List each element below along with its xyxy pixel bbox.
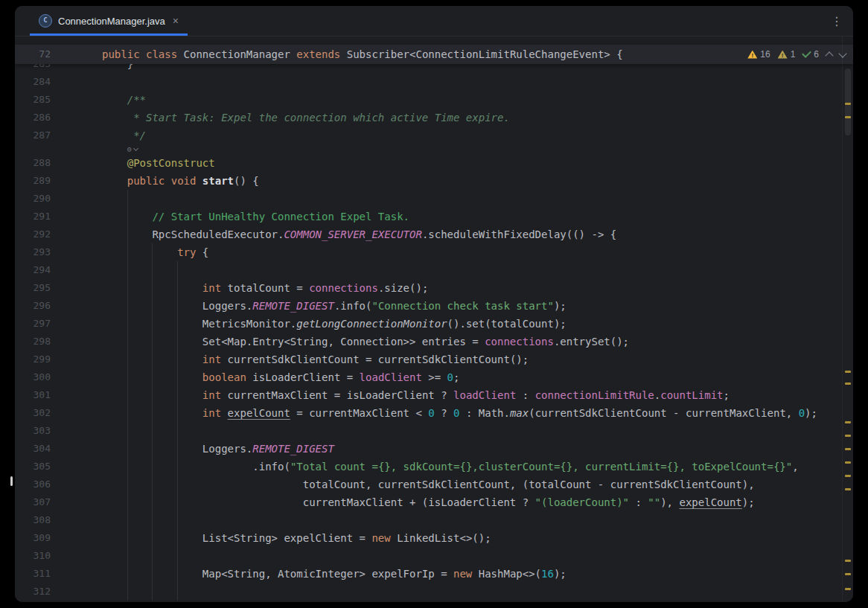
code-line[interactable]: 305 .info("Total count ={}, sdkCount={},… bbox=[15, 458, 843, 476]
editor[interactable]: 283 }284285 /**286 * Start Task: Expel t… bbox=[15, 36, 853, 602]
line-number[interactable]: 285 bbox=[15, 91, 51, 109]
line-number[interactable]: 311 bbox=[15, 565, 51, 583]
line-number[interactable]: 295 bbox=[15, 279, 51, 297]
line-number[interactable]: 306 bbox=[15, 476, 51, 493]
code-line[interactable]: 291 // Start UnHealthy Connection Expel … bbox=[15, 208, 843, 225]
code-line[interactable]: 292 RpcScheduledExecutor.COMMON_SERVER_E… bbox=[15, 225, 843, 243]
warnings-badge[interactable]: ! 16 bbox=[747, 49, 770, 60]
stripe-warning-mark[interactable] bbox=[845, 475, 851, 477]
code-line[interactable]: 307 currentMaxClient + (isLoaderClient ?… bbox=[15, 493, 843, 511]
code-line[interactable]: 298 Set<Map.Entry<String, Connection>> e… bbox=[15, 333, 843, 351]
code-line[interactable]: 290 bbox=[15, 190, 843, 208]
line-number[interactable]: 287 bbox=[15, 127, 51, 144]
close-icon[interactable]: × bbox=[173, 16, 179, 26]
line-number[interactable]: 296 bbox=[15, 297, 51, 315]
weak-warnings-count: 1 bbox=[791, 49, 796, 60]
stripe-warning-mark[interactable] bbox=[845, 421, 851, 423]
line-number[interactable]: 290 bbox=[15, 190, 51, 208]
line-number[interactable]: 294 bbox=[15, 261, 51, 279]
line-number[interactable]: 292 bbox=[15, 225, 51, 243]
passed-badge[interactable]: 6 bbox=[802, 49, 819, 60]
code-line[interactable]: 293 try { bbox=[15, 243, 843, 261]
line-number[interactable]: 284 bbox=[15, 73, 51, 91]
line-number[interactable]: 307 bbox=[15, 493, 51, 511]
line-number[interactable]: 297 bbox=[15, 315, 51, 333]
code-line[interactable]: 312 bbox=[15, 583, 843, 601]
line-number[interactable]: 293 bbox=[15, 243, 51, 261]
stripe-warning-mark[interactable] bbox=[845, 116, 851, 118]
stripe-warning-mark[interactable] bbox=[845, 461, 851, 464]
stripe-warning-mark[interactable] bbox=[845, 435, 851, 437]
code-line[interactable]: 310 bbox=[15, 547, 843, 565]
stripe-warning-mark[interactable] bbox=[845, 573, 851, 575]
line-number[interactable]: 309 bbox=[15, 529, 51, 547]
code-token: expelCount bbox=[228, 407, 290, 419]
code-token: * Start Task: Expel the connection which… bbox=[102, 112, 510, 124]
code-line[interactable]: 304 Loggers.REMOTE_DIGEST bbox=[15, 440, 843, 458]
code-line[interactable]: 295 int totalCount = connections.size(); bbox=[15, 279, 843, 297]
code-token: isLoaderClient = bbox=[246, 371, 360, 383]
line-number[interactable]: 312 bbox=[15, 583, 51, 601]
line-number[interactable]: 286 bbox=[15, 109, 51, 127]
stripe-warning-mark[interactable] bbox=[845, 560, 851, 562]
code-text: /** bbox=[51, 91, 146, 109]
stripe-warning-mark[interactable] bbox=[845, 488, 851, 490]
line-number[interactable]: 298 bbox=[15, 333, 51, 351]
code-line[interactable]: 286 * Start Task: Expel the connection w… bbox=[15, 109, 843, 127]
code-line[interactable]: 297 MetricsMonitor.getLongConnectionMoni… bbox=[15, 315, 843, 333]
tab-connectionmanager-java[interactable]: C ConnectionManager.java × bbox=[30, 6, 188, 36]
code-token: public class bbox=[102, 48, 184, 60]
code-token: loadClient bbox=[453, 389, 516, 401]
code-line[interactable]: 303 bbox=[15, 422, 843, 440]
code-line[interactable]: 311 Map<String, AtomicInteger> expelForI… bbox=[15, 565, 843, 583]
line-number[interactable]: 304 bbox=[15, 440, 51, 458]
stripe-warning-mark[interactable] bbox=[845, 588, 851, 590]
line-number[interactable]: 308 bbox=[15, 511, 51, 529]
stripe-warning-mark[interactable] bbox=[845, 448, 851, 450]
inlay-hint-row[interactable]: ⚙ bbox=[15, 144, 843, 154]
sticky-header-line[interactable]: 72 public class ConnectionManager extend… bbox=[15, 45, 853, 64]
scrollbar-error-stripe[interactable] bbox=[842, 36, 853, 602]
code-line[interactable]: 306 totalCount, currentSdkClientCount, (… bbox=[15, 476, 843, 493]
line-number[interactable]: 288 bbox=[15, 154, 51, 172]
code-line[interactable]: 284 bbox=[15, 73, 843, 91]
weak-warnings-badge[interactable]: ! 1 bbox=[778, 49, 796, 60]
stripe-warning-mark[interactable] bbox=[845, 383, 851, 385]
code-line[interactable]: 309 List<String> expelClient = new Linke… bbox=[15, 529, 843, 547]
code-line[interactable]: 300 boolean isLoaderClient = loadClient … bbox=[15, 368, 843, 386]
code-token: ); bbox=[554, 300, 567, 312]
code-line[interactable]: 285 /** bbox=[15, 91, 843, 109]
code-token: HashMap<>( bbox=[472, 568, 541, 580]
code-line[interactable]: 289 public void start() { bbox=[15, 172, 843, 190]
code-token: ().set(totalCount); bbox=[447, 318, 567, 330]
code-line[interactable]: 296 Loggers.REMOTE_DIGEST.info("Connecti… bbox=[15, 297, 843, 315]
code-line[interactable]: 301 int currentMaxClient = isLoaderClien… bbox=[15, 386, 843, 404]
code-line[interactable]: 294 bbox=[15, 261, 843, 279]
line-number[interactable]: 310 bbox=[15, 547, 51, 565]
scrollbar-thumb[interactable] bbox=[845, 68, 851, 135]
code-text: currentMaxClient + (isLoaderClient ? "(l… bbox=[51, 493, 755, 511]
code-line[interactable]: 302 int expelCount = currentMaxClient < … bbox=[15, 404, 843, 422]
code-line[interactable]: 288 @PostConstruct bbox=[15, 154, 843, 172]
line-number[interactable]: 300 bbox=[15, 368, 51, 386]
code-text bbox=[51, 261, 102, 279]
code-text: int currentMaxClient = isLoaderClient ? … bbox=[51, 386, 730, 404]
code-lines[interactable]: 283 }284285 /**286 * Start Task: Expel t… bbox=[15, 55, 843, 601]
line-number[interactable]: 305 bbox=[15, 458, 51, 476]
line-number[interactable]: 303 bbox=[15, 422, 51, 440]
code-line[interactable]: 308 bbox=[15, 511, 843, 529]
code-token: int bbox=[102, 282, 221, 294]
line-number[interactable]: 289 bbox=[15, 172, 51, 190]
line-number[interactable]: 302 bbox=[15, 404, 51, 422]
stripe-warning-mark[interactable] bbox=[845, 371, 851, 373]
inspections-widget[interactable]: ! 16 ! 1 6 bbox=[747, 45, 846, 64]
prev-problem-chevron-up-icon[interactable] bbox=[825, 51, 833, 60]
line-number[interactable]: 301 bbox=[15, 386, 51, 404]
more-menu-icon[interactable]: ⋮ bbox=[831, 6, 843, 36]
line-number[interactable]: 299 bbox=[15, 351, 51, 368]
code-token: .size(); bbox=[378, 282, 428, 294]
line-number[interactable]: 291 bbox=[15, 208, 51, 225]
code-line[interactable]: 299 int currentSdkClientCount = currentS… bbox=[15, 351, 843, 368]
code-line[interactable]: 287 */ bbox=[15, 127, 843, 144]
stripe-warning-mark[interactable] bbox=[845, 103, 851, 105]
